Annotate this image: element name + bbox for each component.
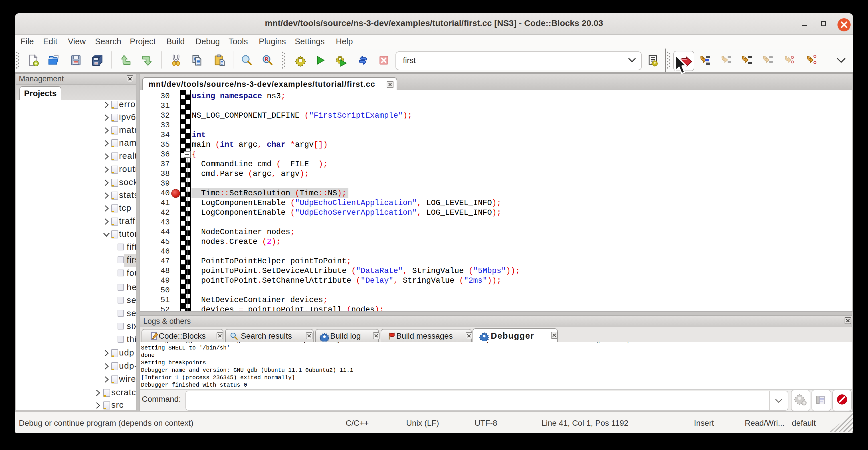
svg-text:R: R — [265, 56, 269, 62]
